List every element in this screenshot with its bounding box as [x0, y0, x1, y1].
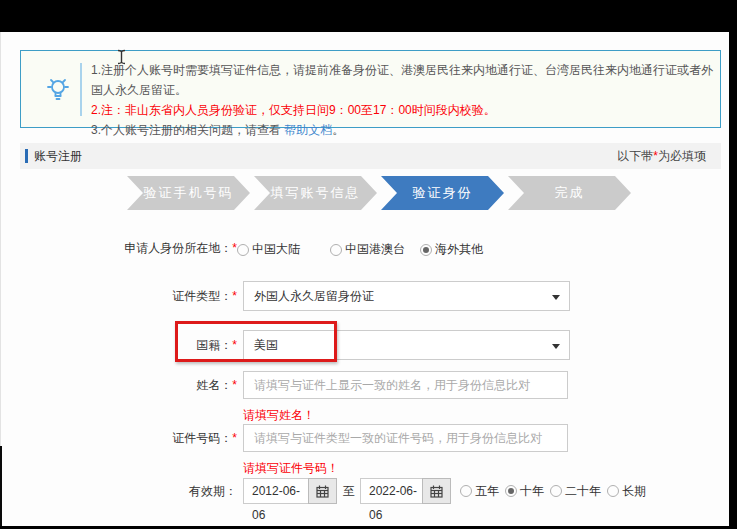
- cert-type-value: 外国人永久居留身份证: [254, 289, 374, 303]
- radio-label: 五年: [475, 483, 499, 500]
- cert-no-error: 请填写证件号码！: [243, 460, 339, 477]
- radio-overseas-other[interactable]: 海外其他: [420, 241, 483, 258]
- radio-icon-checked[interactable]: [420, 244, 432, 256]
- top-black-bar: [0, 0, 737, 32]
- required-note: 以下带*为必填项: [617, 143, 706, 169]
- radio-china-hmt[interactable]: 中国港澳台: [330, 241, 405, 258]
- notice-line-3-suffix: 。: [332, 123, 344, 137]
- step-done: 完成: [508, 176, 631, 210]
- radio-icon[interactable]: [237, 244, 249, 256]
- step-verify-identity: 验证身份: [381, 176, 504, 210]
- right-black-edge: [729, 0, 737, 529]
- chevron-down-icon: [552, 344, 560, 349]
- radio-icon[interactable]: [460, 485, 472, 497]
- radio-label: 二十年: [565, 483, 601, 500]
- lightbulb-icon: [43, 75, 73, 105]
- radio-china-mainland[interactable]: 中国大陆: [237, 241, 300, 258]
- name-label: 姓名：*: [0, 371, 237, 399]
- radio-icon[interactable]: [550, 485, 562, 497]
- radio-label: 中国大陆: [252, 241, 300, 258]
- notice-line-3-text: 3.个人账号注册的相关问题，请查看: [91, 123, 284, 137]
- ibeam-cursor: [116, 49, 127, 65]
- radio-twenty-years[interactable]: 二十年: [550, 483, 601, 500]
- validity-to-label: 至: [343, 478, 355, 504]
- name-error: 请填写姓名！: [243, 407, 315, 424]
- calendar-icon: [316, 485, 329, 498]
- notice-line-2: 2.注：非山东省内人员身份验证，仅支持日间9：00至17：00时间段内校验。: [91, 100, 720, 120]
- notice-line-1: 1.注册个人账号时需要填写证件信息，请提前准备身份证、港澳居民往来内地通行证、台…: [91, 60, 720, 100]
- calendar-button-start[interactable]: [308, 478, 337, 504]
- step-verify-phone: 验证手机号码: [127, 176, 250, 210]
- cert-type-label: 证件类型：*: [0, 281, 237, 311]
- section-header: 账号注册 以下带*为必填项: [20, 143, 721, 169]
- radio-icon[interactable]: [330, 244, 342, 256]
- name-input[interactable]: [243, 371, 568, 399]
- radio-label: 中国港澳台: [345, 241, 405, 258]
- cert-type-select[interactable]: 外国人永久居留身份证: [243, 281, 570, 311]
- region-label: 申请人身份所在地：*: [0, 240, 237, 256]
- validity-label: 有效期：: [0, 478, 237, 504]
- section-tick-icon: [25, 149, 28, 163]
- radio-label: 长期: [622, 483, 646, 500]
- step-indicator: 验证手机号码 填写账号信息 验证身份 完成: [127, 176, 631, 210]
- radio-long-term[interactable]: 长期: [607, 483, 646, 500]
- radio-label: 十年: [520, 483, 544, 500]
- validity-radio-group: 五年 十年 二十年 长期: [460, 478, 646, 504]
- radio-icon[interactable]: [607, 485, 619, 497]
- red-annotation-box: [175, 321, 337, 362]
- page-title: 账号注册: [34, 143, 82, 169]
- radio-icon-checked[interactable]: [505, 485, 517, 497]
- radio-five-years[interactable]: 五年: [460, 483, 499, 500]
- validity-end-input[interactable]: 2022-06-06: [360, 478, 423, 504]
- step-account-info: 填写账号信息: [254, 176, 377, 210]
- notice-line-3: 3.个人账号注册的相关问题，请查看 帮助文档。: [91, 120, 720, 140]
- help-doc-link[interactable]: 帮助文档: [284, 123, 332, 137]
- radio-ten-years[interactable]: 十年: [505, 483, 544, 500]
- region-radio-group: 中国大陆 中国港澳台 海外其他: [237, 241, 483, 258]
- cert-no-label: 证件号码：*: [0, 424, 237, 452]
- calendar-button-end[interactable]: [422, 478, 451, 504]
- radio-label: 海外其他: [435, 241, 483, 258]
- notice-divider: [80, 63, 82, 116]
- calendar-icon: [430, 485, 443, 498]
- validity-start-input[interactable]: 2012-06-06: [243, 478, 309, 504]
- cert-no-input[interactable]: [243, 424, 568, 452]
- chevron-down-icon: [552, 295, 560, 300]
